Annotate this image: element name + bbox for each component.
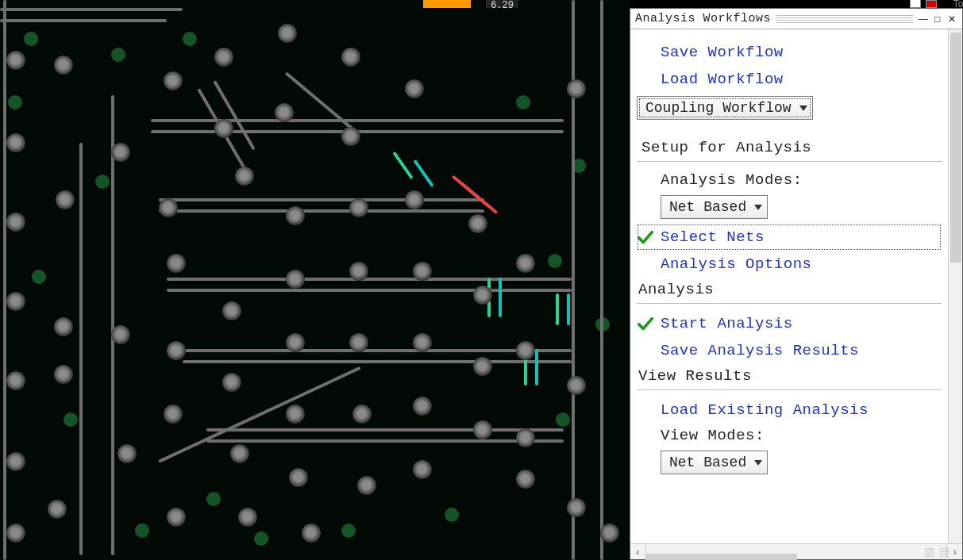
start-analysis-label: Start Analysis: [661, 315, 793, 332]
check-icon: [637, 315, 654, 332]
view-modes-label: View Modes:: [637, 424, 942, 447]
panel-content: Save Workflow Load Workflow Coupling Wor…: [630, 29, 948, 543]
start-analysis-link[interactable]: Start Analysis: [637, 310, 942, 337]
analysis-mode-value: Net Based: [669, 199, 746, 215]
chevron-down-icon: [754, 460, 762, 466]
chevron-down-icon: [754, 205, 762, 210]
section-analysis-heading: Analysis: [637, 278, 942, 300]
ghost-icon: ▤: [939, 545, 950, 558]
vertical-scroll-thumb[interactable]: [950, 33, 961, 263]
load-workflow-link[interactable]: Load Workflow: [637, 66, 942, 93]
save-workflow-link[interactable]: Save Workflow: [637, 39, 942, 66]
ghost-icon: ▧: [924, 545, 934, 558]
horizontal-scroll-thumb[interactable]: [646, 554, 797, 561]
ghost-icon: :: [954, 545, 957, 558]
divider: [637, 389, 942, 390]
view-mode-dropdown[interactable]: Net Based: [661, 451, 768, 474]
close-button[interactable]: ✕: [946, 13, 957, 25]
pcb-canvas[interactable]: 6.29: [0, 0, 630, 560]
check-icon: [637, 228, 654, 246]
workflow-dropdown[interactable]: Coupling Workflow: [637, 96, 813, 120]
workflow-dropdown-value: Coupling Workflow: [645, 100, 792, 116]
panel-title: Analysis Workflows: [635, 12, 771, 25]
chevron-down-icon: [799, 105, 807, 111]
coord-readout: 6.29: [486, 0, 518, 8]
divider: [637, 303, 942, 304]
status-ghost-icons: ▧ ▤ :: [924, 545, 957, 558]
analysis-options-link[interactable]: Analysis Options: [637, 251, 942, 278]
titlebar-grip[interactable]: [776, 15, 913, 23]
vertical-scrollbar[interactable]: [948, 29, 962, 543]
analysis-workflows-panel: Analysis Workflows — □ ✕ Save Workflow L…: [630, 8, 963, 560]
save-results-link[interactable]: Save Analysis Results: [637, 337, 942, 364]
section-setup-heading: Setup for Analysis: [637, 136, 942, 158]
analysis-mode-dropdown[interactable]: Net Based: [661, 195, 768, 219]
divider: [637, 161, 942, 162]
layer-swatch-outline[interactable]: [910, 0, 921, 8]
panel-titlebar[interactable]: Analysis Workflows — □ ✕: [630, 9, 962, 29]
horizontal-scrollbar[interactable]: ‹ ›: [630, 543, 962, 559]
scroll-left-button[interactable]: ‹: [630, 544, 646, 560]
toolbar-highlight: [423, 0, 471, 8]
maximize-button[interactable]: □: [932, 13, 943, 25]
section-view-results-heading: View Results: [637, 364, 942, 386]
select-nets-link[interactable]: Select Nets: [637, 224, 942, 251]
analysis-modes-label: Analysis Modes:: [637, 168, 942, 192]
view-mode-value: Net Based: [669, 455, 746, 470]
minimize-button[interactable]: —: [918, 13, 929, 25]
select-nets-label: Select Nets: [661, 228, 765, 246]
load-existing-link[interactable]: Load Existing Analysis: [637, 397, 942, 424]
layer-swatch-red[interactable]: [926, 0, 937, 8]
